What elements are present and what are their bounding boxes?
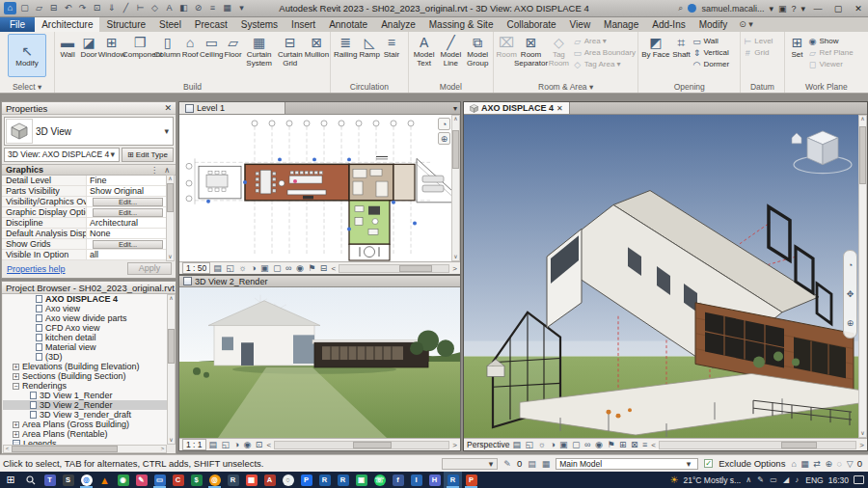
- taskbar-app-revit-active[interactable]: R: [444, 472, 462, 488]
- roof-button[interactable]: ⌂Roof: [179, 34, 201, 61]
- room-button[interactable]: ⌧Room: [496, 34, 517, 61]
- properties-help-link[interactable]: Properties help: [7, 264, 66, 274]
- mullion-button[interactable]: ⊠Mullion: [306, 34, 328, 61]
- expand-icon[interactable]: +: [13, 421, 19, 428]
- taskbar-app-teams[interactable]: T: [41, 472, 59, 488]
- tag-icon[interactable]: ◇: [149, 2, 161, 14]
- taskbar-app-vlc[interactable]: ▲: [95, 472, 114, 488]
- cloud-icon[interactable]: ▢: [18, 2, 31, 14]
- property-row[interactable]: Visible In Optionall: [2, 250, 166, 260]
- thin-lines-icon[interactable]: ≡: [206, 2, 219, 14]
- undo-icon[interactable]: ↶: [62, 2, 74, 14]
- user-dropdown-arrow-icon[interactable]: ▾: [769, 4, 773, 14]
- tree-item-cfd-axo-view[interactable]: CFD Axo view: [3, 323, 167, 333]
- browser-horizontal-scrollbar[interactable]: < >: [3, 445, 167, 453]
- exclude-options-checkbox[interactable]: ✓: [704, 459, 713, 468]
- view-tab-level-1[interactable]: Level 1: [179, 102, 285, 114]
- open-icon[interactable]: ▱: [33, 2, 45, 14]
- level-button[interactable]: ⊢Level: [743, 37, 773, 46]
- plan-horizontal-scrollbar[interactable]: [339, 264, 449, 273]
- taskbar-app-dark[interactable]: S: [59, 472, 77, 488]
- browser-vertical-scrollbar[interactable]: ∧ ∨: [167, 294, 176, 445]
- tab-list-arrow-icon[interactable]: ▾: [453, 102, 460, 114]
- tree-item-area-plans-rentable[interactable]: +Area Plans (Rentable): [3, 429, 167, 439]
- tab-systems[interactable]: Systems: [234, 17, 285, 32]
- tray-icons[interactable]: ∧ ✎ ▭ ◢ ♪: [746, 475, 800, 484]
- model-line-button[interactable]: ╱Model Line: [437, 34, 464, 68]
- render-canvas[interactable]: [179, 287, 460, 438]
- edit-type-button[interactable]: ⊞ Edit Type: [122, 148, 174, 162]
- tab-collaborate[interactable]: Collaborate: [500, 17, 562, 32]
- area-boundary-button[interactable]: ▭Area Boundary: [573, 48, 636, 58]
- taskbar-app-files[interactable]: ▭: [150, 472, 169, 488]
- tab-view[interactable]: View: [563, 17, 598, 32]
- aligned-dimension-icon[interactable]: ⊢: [134, 2, 147, 14]
- dormer-button[interactable]: ◠Dormer: [692, 60, 729, 69]
- taskbar-app-paint[interactable]: ✎: [132, 472, 150, 488]
- taskbar-app-office[interactable]: I: [407, 472, 425, 488]
- axo-vertical-scrollbar[interactable]: ∧ ∨: [858, 115, 867, 438]
- tree-item-3d[interactable]: (3D): [3, 352, 167, 362]
- collapse-icon[interactable]: −: [13, 383, 19, 390]
- taskbar-app-autocad[interactable]: A: [260, 472, 279, 488]
- taskbar-search-button[interactable]: [21, 472, 41, 488]
- project-browser-header[interactable]: Project Browser - SH02_2023_original.rvt…: [2, 282, 176, 294]
- minimize-button[interactable]: —: [810, 2, 826, 15]
- project-browser-close-icon[interactable]: ✕: [175, 283, 176, 292]
- clock[interactable]: 16:30: [828, 475, 849, 485]
- tag-area-button[interactable]: ◇Tag Area ▾: [573, 60, 636, 69]
- tree-item-material-view[interactable]: Material view: [3, 342, 167, 352]
- search-icon[interactable]: ⌕: [678, 3, 683, 14]
- tree-item-elevations[interactable]: +Elevations (Building Elevation): [3, 362, 167, 371]
- tree-item-axo-view-divide-parts[interactable]: Axo view divide parts: [3, 313, 167, 323]
- ramp-button[interactable]: ◺Ramp: [359, 34, 381, 61]
- tree-item-sections[interactable]: +Sections (Building Section): [3, 371, 167, 381]
- plan-vertical-scrollbar[interactable]: ∧ ∨: [451, 115, 460, 261]
- weather-icon[interactable]: ☀: [670, 474, 679, 485]
- axo-projection-label[interactable]: Perspective: [467, 440, 509, 449]
- section-icon[interactable]: ⊘: [192, 2, 204, 14]
- tree-item-renderings[interactable]: −Renderings: [3, 381, 167, 391]
- section-pin-icon[interactable]: ⋮: [150, 166, 160, 175]
- apply-button[interactable]: Apply: [127, 262, 172, 275]
- home-icon[interactable]: ⌂: [4, 2, 16, 14]
- expand-icon[interactable]: +: [13, 364, 19, 370]
- taskbar-app-revit-b[interactable]: R: [334, 472, 352, 488]
- taskbar-app-photos[interactable]: ◎: [205, 472, 224, 488]
- taskbar-app-green-box[interactable]: ▣: [352, 472, 370, 488]
- steering-wheel-icon[interactable]: ◔: [438, 118, 450, 130]
- measure-icon[interactable]: ╱: [120, 2, 132, 14]
- tab-precast[interactable]: Precast: [188, 17, 234, 32]
- editing-requests-icon[interactable]: ✎: [503, 459, 511, 469]
- close-view-icon[interactable]: ✕: [556, 104, 563, 113]
- property-row[interactable]: Show GridsEdit...: [2, 239, 166, 250]
- taskbar-app-h[interactable]: H: [425, 472, 444, 488]
- tab-structure[interactable]: Structure: [99, 17, 152, 32]
- property-row[interactable]: Default Analysis Displ...None: [2, 229, 166, 239]
- ref-plane-button[interactable]: ▱Ref Plane: [808, 48, 854, 58]
- signed-in-user[interactable]: samuel.macali...: [701, 4, 764, 14]
- axo-3d-canvas[interactable]: [464, 115, 867, 438]
- customize-qat-icon[interactable]: ▾: [235, 2, 248, 14]
- tree-item-kitchen-detail[interactable]: kitchen detail: [3, 333, 167, 342]
- action-center-icon[interactable]: [854, 475, 864, 484]
- taskbar-app-capture[interactable]: ◉: [114, 472, 132, 488]
- export-pdf-icon[interactable]: ⇓: [105, 2, 118, 14]
- print-icon[interactable]: ⊡: [91, 2, 103, 14]
- view-instance-select[interactable]: 3D View: AXO DISPLACE 4 ▾: [4, 148, 120, 162]
- type-selector[interactable]: 3D View ▾: [4, 117, 174, 146]
- tree-item-axo-displace-4[interactable]: AXO DISPLACE 4: [3, 294, 167, 304]
- tree-item-3d-view-3-render-draft[interactable]: 3D View 3_render_draft: [3, 410, 167, 420]
- area-button[interactable]: ▱Area ▾: [573, 37, 636, 46]
- ceiling-button[interactable]: ▭Ceiling: [201, 34, 222, 61]
- design-options-icon-2[interactable]: ▦: [542, 459, 551, 469]
- weather-text[interactable]: 21°C Mostly s...: [684, 475, 742, 485]
- graphic-display-edit-button[interactable]: Edit...: [93, 208, 163, 217]
- design-options-icon[interactable]: ▤: [528, 459, 536, 469]
- taskbar-app-facebook[interactable]: f: [389, 472, 407, 488]
- pan-icon[interactable]: ✥: [847, 289, 854, 299]
- redo-icon[interactable]: ↷: [76, 2, 89, 14]
- user-avatar[interactable]: [688, 4, 696, 13]
- selection-toggle-icons[interactable]: ⌂ ▦ ⇄ ⊕ ◌: [791, 459, 842, 469]
- zoom-icon[interactable]: ⊕: [847, 318, 854, 328]
